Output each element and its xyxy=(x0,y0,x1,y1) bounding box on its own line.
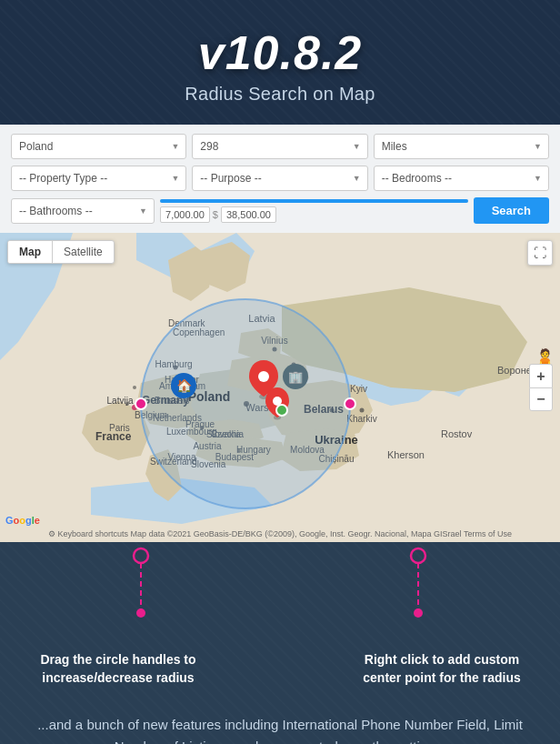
header-section: v10.8.2 Radius Search on Map xyxy=(0,0,560,125)
map-svg: Poland Warsaw Germany Belarus Ukraine Vi… xyxy=(0,233,560,542)
map-toggle: Map Satellite xyxy=(7,240,115,264)
map-container: Poland Warsaw Germany Belarus Ukraine Vi… xyxy=(0,233,560,542)
bathrooms-wrapper: -- Bathrooms -- xyxy=(11,198,155,224)
bathrooms-select[interactable]: -- Bathrooms -- xyxy=(11,198,155,224)
purpose-select[interactable]: -- Purpose -- xyxy=(192,166,367,191)
price-slider-track[interactable] xyxy=(160,199,468,203)
map-zoom-controls: + − xyxy=(529,364,553,411)
map-attribution: ⚙ Keyboard shortcuts Map data ©2021 GeoB… xyxy=(0,529,560,538)
annotation-section: Drag the circle handles to increase/decr… xyxy=(0,542,560,744)
price-max-label: 38,500.00 xyxy=(221,206,276,223)
search-row-1: Poland 298 Miles Kilometers xyxy=(11,134,549,159)
bottom-text: ...and a bunch of new features including… xyxy=(0,705,560,744)
purpose-wrapper: -- Purpose -- xyxy=(192,166,367,191)
annotation-labels: Drag the circle handles to increase/decr… xyxy=(0,651,560,687)
svg-text:Rostov: Rostov xyxy=(441,428,473,439)
svg-text:Paris: Paris xyxy=(109,423,130,433)
svg-point-8 xyxy=(133,386,136,389)
search-row-2: -- Property Type -- -- Purpose -- -- Bed… xyxy=(11,166,549,191)
svg-point-60 xyxy=(134,548,148,563)
left-annotation-label: Drag the circle handles to increase/decr… xyxy=(27,651,209,687)
svg-point-65 xyxy=(414,608,423,618)
version-title: v10.8.2 xyxy=(18,25,542,80)
subtitle: Radius Search on Map xyxy=(18,84,542,105)
svg-point-54 xyxy=(258,371,269,382)
svg-point-49 xyxy=(135,398,146,409)
map-toggle-map[interactable]: Map xyxy=(8,241,52,263)
google-logo: Google xyxy=(5,515,40,526)
svg-text:Latvija: Latvija xyxy=(107,396,134,406)
svg-point-63 xyxy=(411,548,425,563)
price-slider-fill xyxy=(160,199,468,203)
svg-point-62 xyxy=(136,608,145,618)
svg-text:🏢: 🏢 xyxy=(288,369,304,385)
svg-text:Kherson: Kherson xyxy=(387,449,425,460)
property-type-select[interactable]: -- Property Type -- xyxy=(11,166,186,191)
price-min-label: 7,000.00 xyxy=(160,206,210,223)
zoom-out-button[interactable]: − xyxy=(529,387,553,411)
price-sep: $ xyxy=(213,209,218,220)
svg-point-12 xyxy=(360,408,365,413)
svg-text:Kharkiv: Kharkiv xyxy=(346,414,376,424)
price-range-container: 7,000.00 $ 38,500.00 xyxy=(160,199,468,223)
location-wrapper: Poland xyxy=(11,134,186,159)
zoom-in-button[interactable]: + xyxy=(529,364,553,387)
unit-select[interactable]: Miles Kilometers xyxy=(374,134,549,159)
radius-wrapper: 298 xyxy=(192,134,367,159)
search-button[interactable]: Search xyxy=(474,197,549,224)
svg-point-59 xyxy=(276,405,287,416)
radius-select[interactable]: 298 xyxy=(192,134,367,159)
map-toggle-satellite[interactable]: Satellite xyxy=(53,241,114,263)
svg-text:🏠: 🏠 xyxy=(176,378,193,394)
unit-wrapper: Miles Kilometers xyxy=(374,134,549,159)
svg-point-50 xyxy=(345,398,355,409)
annotation-arrows-svg xyxy=(0,542,560,651)
bedrooms-wrapper: -- Bedrooms -- xyxy=(374,166,549,191)
map-fullscreen-button[interactable]: ⛶ xyxy=(527,240,553,266)
svg-text:Kyiv: Kyiv xyxy=(350,384,367,394)
price-labels: 7,000.00 $ 38,500.00 xyxy=(160,206,468,223)
svg-point-48 xyxy=(141,299,350,508)
bedrooms-select[interactable]: -- Bedrooms -- xyxy=(374,166,549,191)
right-annotation-label: Right click to add custom center point f… xyxy=(351,651,533,687)
property-type-wrapper: -- Property Type -- xyxy=(11,166,186,191)
location-select[interactable]: Poland xyxy=(11,134,186,159)
search-row-3: -- Bathrooms -- 7,000.00 $ 38,500.00 Sea… xyxy=(11,197,549,224)
search-panel: Poland 298 Miles Kilometers -- Property … xyxy=(0,125,560,233)
